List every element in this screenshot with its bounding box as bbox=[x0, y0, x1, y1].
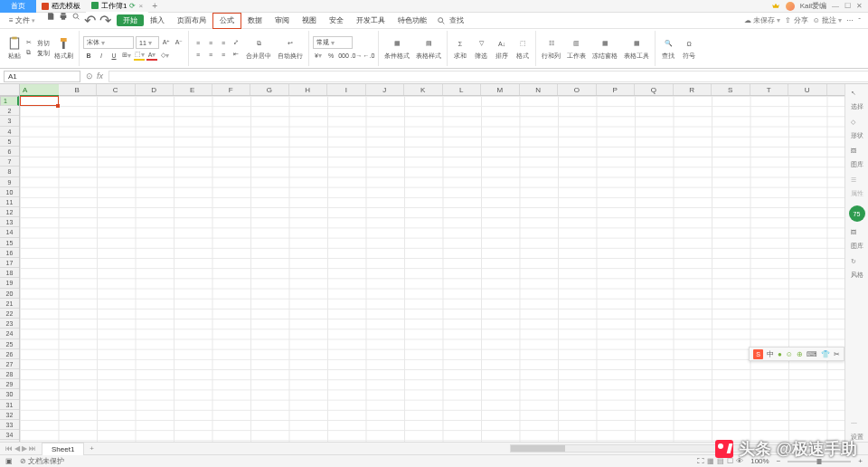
col-header[interactable]: Q bbox=[635, 84, 674, 95]
row-header[interactable]: 19 bbox=[0, 278, 19, 288]
col-header[interactable]: R bbox=[674, 84, 712, 95]
table-tools-button[interactable]: ▦表格工具 bbox=[622, 34, 651, 62]
col-header[interactable]: P bbox=[597, 84, 636, 95]
col-header[interactable]: L bbox=[443, 84, 482, 95]
col-header[interactable]: K bbox=[404, 84, 443, 95]
sp-style[interactable]: ↻风格 bbox=[851, 258, 863, 280]
row-header[interactable]: 9 bbox=[0, 177, 19, 187]
sp-pic[interactable]: 🖼图库 bbox=[851, 229, 863, 251]
tab-workbook[interactable]: 工作簿1 ⟳ × bbox=[86, 0, 148, 13]
find-button[interactable]: 🔍查找 bbox=[659, 34, 677, 62]
row-header[interactable]: 11 bbox=[0, 197, 19, 207]
minimize-button[interactable]: — bbox=[832, 2, 839, 10]
note-button[interactable]: ☺ 批注 ▾ bbox=[813, 15, 843, 25]
row-header[interactable]: 2 bbox=[0, 106, 19, 116]
sheet-nav-first-icon[interactable]: ⏮ bbox=[5, 444, 13, 453]
sheet-nav-last-icon[interactable]: ⏭ bbox=[29, 444, 36, 453]
align-right-icon[interactable]: ≡ bbox=[218, 49, 229, 60]
row-header[interactable]: 16 bbox=[0, 248, 19, 258]
col-header[interactable]: T bbox=[750, 84, 789, 95]
tab-data[interactable]: 数据 bbox=[241, 13, 269, 29]
thousands-icon[interactable]: 000 bbox=[338, 50, 349, 61]
row-header[interactable]: 17 bbox=[0, 258, 19, 268]
border-icon[interactable]: ⊞▾ bbox=[121, 50, 132, 61]
add-sheet-button[interactable]: + bbox=[84, 444, 99, 453]
row-header[interactable]: 29 bbox=[0, 379, 19, 389]
ime-net-icon[interactable]: ⊕ bbox=[797, 350, 803, 358]
align-left-icon[interactable]: ≡ bbox=[193, 49, 203, 60]
ime-kb-icon[interactable]: ⌨ bbox=[807, 350, 817, 358]
font-name-select[interactable]: 宋体▾ bbox=[83, 36, 134, 49]
name-box[interactable]: A1 bbox=[4, 71, 80, 82]
sp-attr[interactable]: ☰属性 bbox=[851, 176, 863, 198]
ime-toolbar[interactable]: S 中 ● ☺ ⊕ ⌨ 👕 ✂ bbox=[749, 347, 844, 361]
row-header[interactable]: 30 bbox=[0, 389, 19, 399]
format-button[interactable]: ⬚格式 bbox=[514, 34, 532, 62]
active-cell[interactable] bbox=[20, 96, 59, 106]
col-header[interactable]: G bbox=[250, 84, 289, 95]
dec-decimal-icon[interactable]: ←.0 bbox=[363, 50, 374, 61]
tab-review[interactable]: 审阅 bbox=[269, 13, 296, 29]
ime-hanger-icon[interactable]: 👕 bbox=[821, 350, 830, 358]
row-header[interactable]: 8 bbox=[0, 167, 19, 176]
sort-button[interactable]: A↓排序 bbox=[493, 34, 511, 62]
view-page-icon[interactable]: ▤ bbox=[717, 457, 724, 465]
align-top-icon[interactable]: ≡ bbox=[193, 37, 203, 48]
inc-decimal-icon[interactable]: .0→ bbox=[351, 50, 362, 61]
row-col-button[interactable]: ☷行和列 bbox=[540, 34, 562, 62]
tab-view[interactable]: 视图 bbox=[296, 13, 323, 29]
more-icon[interactable]: ⋯ bbox=[846, 16, 854, 24]
font-color-icon[interactable]: A▾ bbox=[146, 50, 157, 61]
row-header[interactable]: 26 bbox=[0, 349, 19, 359]
row-header[interactable]: 15 bbox=[0, 238, 19, 248]
italic-icon[interactable]: I bbox=[96, 50, 107, 61]
tab-page-layout[interactable]: 页面布局 bbox=[171, 13, 212, 29]
format-painter-button[interactable]: 格式刷 bbox=[52, 34, 75, 62]
col-header[interactable]: C bbox=[97, 84, 136, 95]
sogou-icon[interactable]: S bbox=[753, 349, 763, 359]
eye-icon[interactable]: 👁 bbox=[736, 457, 743, 465]
select-all-corner[interactable] bbox=[0, 84, 20, 96]
col-header[interactable]: S bbox=[712, 84, 750, 95]
view-reading-icon[interactable]: ☐ bbox=[727, 457, 733, 465]
row-header[interactable]: 4 bbox=[0, 127, 19, 137]
fx-label[interactable]: fx bbox=[97, 71, 103, 81]
unsaved-indicator[interactable]: ☁ 未保存 ▾ bbox=[744, 15, 780, 25]
fn-icon[interactable]: ⊙ bbox=[86, 71, 93, 81]
zoom-level[interactable]: 100% bbox=[750, 457, 769, 465]
ime-emoji-icon[interactable]: ☺ bbox=[786, 350, 793, 358]
row-header[interactable]: 12 bbox=[0, 207, 19, 217]
row-header[interactable]: 33 bbox=[0, 420, 19, 430]
table-style-button[interactable]: ▤表格样式 bbox=[414, 34, 443, 62]
sheet-tab-sheet1[interactable]: Sheet1 bbox=[42, 443, 84, 455]
percent-icon[interactable]: % bbox=[326, 50, 336, 61]
h-scroll-thumb[interactable] bbox=[511, 445, 565, 452]
row-header[interactable]: 10 bbox=[0, 187, 19, 197]
row-header[interactable]: 1 bbox=[0, 96, 19, 106]
tab-start[interactable]: 开始 bbox=[117, 14, 144, 26]
fill-handle[interactable] bbox=[56, 104, 60, 108]
row-header[interactable]: 3 bbox=[0, 116, 19, 126]
ime-scissors-icon[interactable]: ✂ bbox=[834, 350, 840, 358]
tab-dev-tools[interactable]: 开发工具 bbox=[350, 13, 392, 29]
menu-app-button[interactable]: ≡ 文件▾ bbox=[4, 14, 41, 27]
save-icon[interactable] bbox=[46, 12, 55, 29]
zoom-slider[interactable] bbox=[788, 461, 851, 462]
formula-input[interactable] bbox=[108, 71, 868, 82]
ime-lang[interactable]: 中 bbox=[767, 349, 774, 359]
row-header[interactable]: 34 bbox=[0, 430, 19, 440]
tab-formula[interactable]: 公式 bbox=[212, 13, 241, 29]
preview-icon[interactable] bbox=[71, 12, 80, 29]
col-header[interactable]: N bbox=[520, 84, 559, 95]
col-header[interactable]: I bbox=[327, 84, 366, 95]
add-tab-button[interactable]: + bbox=[148, 1, 161, 11]
column-headers[interactable]: ABCDEFGHIJKLMNOPQRSTU bbox=[20, 84, 844, 96]
col-header[interactable]: E bbox=[174, 84, 212, 95]
collapse-ribbon-icon[interactable]: ˆ bbox=[858, 16, 861, 24]
worksheet-button[interactable]: ▥工作表 bbox=[565, 34, 588, 62]
increase-font-icon[interactable]: A⁺ bbox=[161, 37, 172, 48]
row-header[interactable]: 20 bbox=[0, 289, 19, 299]
col-header[interactable]: O bbox=[558, 84, 597, 95]
row-header[interactable]: 25 bbox=[0, 339, 19, 349]
row-header[interactable]: 13 bbox=[0, 217, 19, 227]
